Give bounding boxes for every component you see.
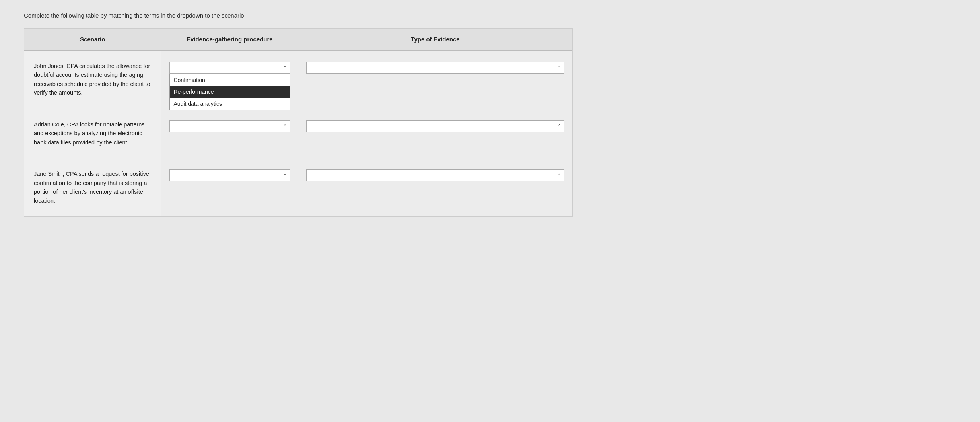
dropdown-option-audit-data-analytics[interactable]: Audit data analytics <box>170 98 290 110</box>
procedure-dropdown-row2[interactable]: Confirmation Re-performance Audit data a… <box>169 120 290 132</box>
procedure-select-row2[interactable]: Confirmation Re-performance Audit data a… <box>169 120 290 132</box>
procedure-dropdown-input-row1[interactable] <box>169 62 290 74</box>
scenario-text-row1: John Jones, CPA calculates the allowance… <box>34 63 150 96</box>
type-dropdown-cell-row3[interactable]: ⌃ <box>298 158 572 216</box>
type-dropdown-row2[interactable]: ⌃ <box>306 120 564 132</box>
type-dropdown-row3[interactable]: ⌃ <box>306 169 564 181</box>
procedure-dropdown-row3[interactable]: Confirmation Re-performance Audit data a… <box>169 169 290 181</box>
main-table: Scenario Evidence-gathering procedure Ty… <box>24 28 573 217</box>
header-scenario: Scenario <box>24 29 161 50</box>
scenario-text-row3: Jane Smith, CPA sends a request for posi… <box>34 171 149 204</box>
page-instruction: Complete the following table by matching… <box>24 12 956 19</box>
scenario-cell-row1: John Jones, CPA calculates the allowance… <box>24 51 161 109</box>
table-header-row: Scenario Evidence-gathering procedure Ty… <box>24 29 572 51</box>
type-dropdown-row1[interactable]: ⌃ <box>306 62 564 74</box>
procedure-select-row3[interactable]: Confirmation Re-performance Audit data a… <box>169 169 290 181</box>
dropdown-option-reperformance[interactable]: Re-performance <box>170 86 290 98</box>
scenario-cell-row2: Adrian Cole, CPA looks for notable patte… <box>24 109 161 158</box>
procedure-dropdown-menu-row1[interactable]: Confirmation Re-performance Audit data a… <box>169 74 290 110</box>
header-evidence-procedure: Evidence-gathering procedure <box>161 29 299 50</box>
procedure-dropdown-open-row1[interactable]: ⌃ Confirmation Re-performance Audit data… <box>169 62 290 74</box>
procedure-dropdown-cell-row2[interactable]: Confirmation Re-performance Audit data a… <box>161 109 299 158</box>
chevron-down-icon-row1: ⌃ <box>283 65 287 70</box>
type-select-row1[interactable] <box>306 62 564 74</box>
type-dropdown-cell-row2[interactable]: ⌃ <box>298 109 572 158</box>
header-type-of-evidence: Type of Evidence <box>298 29 572 50</box>
dropdown-option-confirmation[interactable]: Confirmation <box>170 74 290 86</box>
type-select-row3[interactable] <box>306 169 564 181</box>
type-select-row2[interactable] <box>306 120 564 132</box>
type-dropdown-cell-row1[interactable]: ⌃ <box>298 51 572 109</box>
table-body: John Jones, CPA calculates the allowance… <box>24 51 572 216</box>
procedure-dropdown-cell-row1[interactable]: ⌃ Confirmation Re-performance Audit data… <box>161 51 299 109</box>
scenario-text-row2: Adrian Cole, CPA looks for notable patte… <box>34 121 145 146</box>
scenario-cell-row3: Jane Smith, CPA sends a request for posi… <box>24 158 161 216</box>
procedure-dropdown-cell-row3[interactable]: Confirmation Re-performance Audit data a… <box>161 158 299 216</box>
